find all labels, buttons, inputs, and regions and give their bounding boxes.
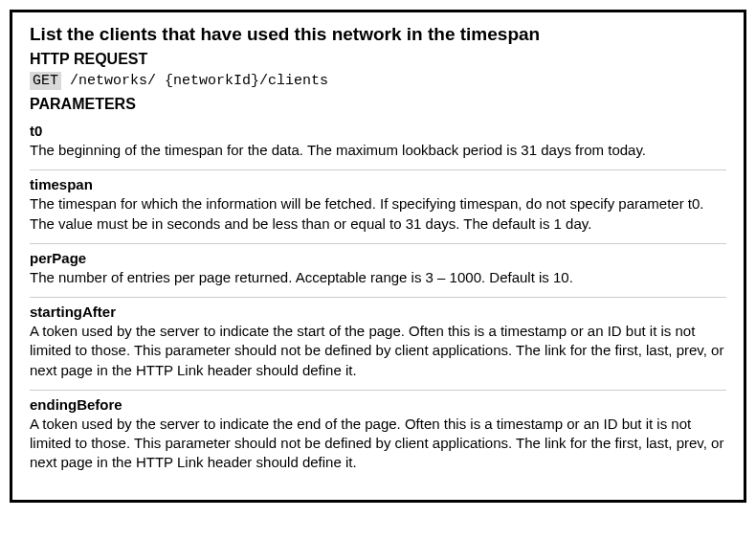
parameters-heading: PARAMETERS (30, 96, 726, 113)
http-path: /networks/ {networkId}/clients (70, 73, 328, 89)
param-desc: A token used by the server to indicate t… (30, 322, 726, 380)
param-name: startingAfter (30, 304, 726, 320)
param-block: t0 The beginning of the timespan for the… (30, 117, 726, 169)
param-name: endingBefore (30, 396, 726, 413)
param-block: startingAfter A token used by the server… (30, 297, 726, 390)
param-name: timespan (30, 176, 726, 192)
http-request-line: GET /networks/ {networkId}/clients (30, 72, 726, 90)
param-block: timespan The timespan for which the info… (30, 169, 726, 243)
param-name: perPage (30, 250, 726, 266)
param-block: perPage The number of entries per page r… (30, 243, 726, 297)
http-request-heading: HTTP REQUEST (30, 51, 726, 68)
param-block: endingBefore A token used by the server … (30, 390, 726, 483)
param-desc: The number of entries per page returned.… (30, 268, 726, 287)
endpoint-title: List the clients that have used this net… (30, 24, 726, 45)
param-desc: The timespan for which the information w… (30, 194, 726, 234)
param-name: t0 (30, 123, 726, 139)
http-method-badge: GET (30, 72, 61, 90)
param-desc: The beginning of the timespan for the da… (30, 141, 726, 160)
doc-frame: List the clients that have used this net… (10, 10, 746, 503)
param-desc: A token used by the server to indicate t… (30, 415, 726, 473)
